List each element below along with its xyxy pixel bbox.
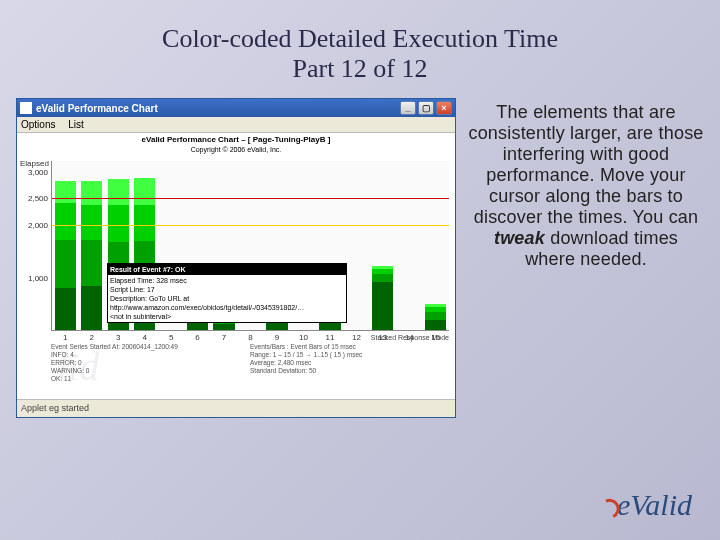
bar-segment [81,205,102,240]
x-tick: 4 [142,333,146,342]
bar-segment [134,205,155,241]
bar-segment [81,240,102,287]
x-tick: 5 [169,333,173,342]
bar-segment [81,286,102,330]
chart-header: eValid Performance Chart – [ Page-Tuning… [17,133,455,155]
tooltip-line: Elapsed Time: 328 msec [110,276,344,285]
maximize-button[interactable]: ▢ [418,101,434,115]
bar-segment [81,181,102,205]
bar-segment [134,178,155,205]
bar[interactable]: 1 [52,161,78,330]
tooltip-line: Description: GoTo URL at http://www.amaz… [110,294,344,312]
minimize-button[interactable]: _ [400,101,416,115]
bar-segment [425,312,446,320]
window-title: eValid Performance Chart [36,103,158,114]
bar-segment [425,320,446,330]
menu-options[interactable]: Options [21,119,55,130]
menu-list[interactable]: List [68,119,84,130]
tooltip-line: <not in subinterval> [110,312,344,321]
chart-footer: Event Series Started At: 20060414_1200:4… [51,343,449,391]
app-icon [20,102,32,114]
tooltip-title: Result of Event #7: OK [108,264,346,275]
y-tick: 2,000 [22,220,48,229]
y-tick: 1,000 [22,273,48,282]
bar-segment [108,179,129,206]
legend-mode: Stacked Response Mode [371,334,449,341]
close-button[interactable]: × [436,101,452,115]
bar-segment [372,282,393,330]
bar-segment [55,203,76,240]
y-tick: 3,000 [22,167,48,176]
bar[interactable]: 15 [423,161,449,330]
x-tick: 8 [248,333,252,342]
perf-chart-window: eValid Performance Chart _ ▢ × Options L… [16,98,456,418]
x-tick: 2 [89,333,93,342]
evalid-logo: eValid [601,488,692,522]
menubar: Options List [17,117,455,133]
x-tick: 11 [325,333,334,342]
footer-right: Events/Bars : Event Bars of 15 msec Rang… [250,343,449,391]
y-tick: 2,500 [22,194,48,203]
side-tweak: tweak [494,228,545,248]
x-tick: 10 [299,333,308,342]
bar[interactable]: 2 [78,161,104,330]
threshold-line [52,198,449,199]
bar-segment [372,274,393,282]
chart-copyright: Copyright © 2006 eValid, Inc. [17,145,455,155]
statusbar: Applet eg started [17,399,455,415]
bar-segment [55,288,76,331]
hover-tooltip: Result of Event #7: OK Elapsed Time: 328… [107,263,347,323]
threshold-line [52,225,449,226]
side-text: The elements that are consistently large… [468,98,704,418]
bar-segment [55,181,76,202]
side-p2: download times where needed. [525,228,678,269]
bar[interactable]: 14 [396,161,422,330]
x-tick: 12 [352,333,361,342]
x-tick: 3 [116,333,120,342]
x-tick: 7 [222,333,226,342]
logo-text: eValid [617,488,692,521]
content-row: eValid Performance Chart _ ▢ × Options L… [0,92,720,418]
window-titlebar[interactable]: eValid Performance Chart _ ▢ × [17,99,455,117]
bar-segment [55,240,76,288]
x-tick: 6 [195,333,199,342]
chart-body: eValid Performance Chart – [ Page-Tuning… [17,133,455,399]
chart-title: eValid Performance Chart – [ Page-Tuning… [17,135,455,145]
bar-segment [108,205,129,242]
slide-title: Color-coded Detailed Execution Time Part… [0,0,720,92]
x-tick: 1 [63,333,67,342]
footer-left: Event Series Started At: 20060414_1200:4… [51,343,250,391]
x-tick: 9 [275,333,279,342]
side-p1: The elements that are consistently large… [468,102,703,227]
bar[interactable]: 12 [343,161,369,330]
tooltip-line: Script Line: 17 [110,285,344,294]
bar[interactable]: 13 [370,161,396,330]
bar-segment [213,324,234,330]
